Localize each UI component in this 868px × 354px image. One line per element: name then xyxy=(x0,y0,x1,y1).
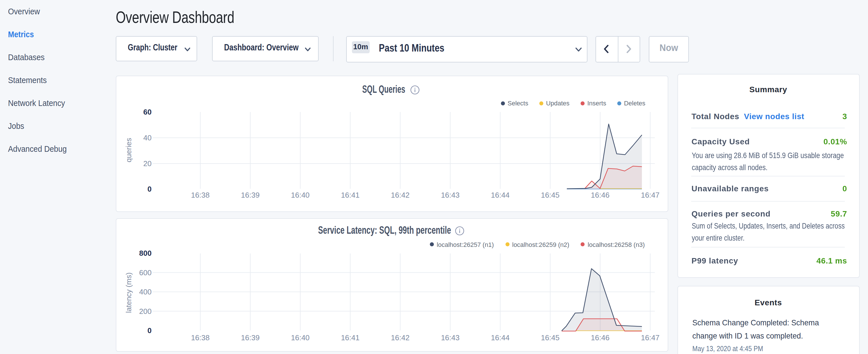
svg-text:16:39: 16:39 xyxy=(241,191,260,199)
svg-text:16:47: 16:47 xyxy=(641,191,659,199)
svg-text:16:44: 16:44 xyxy=(491,333,509,342)
svg-text:600: 600 xyxy=(139,268,152,277)
svg-text:16:46: 16:46 xyxy=(591,333,610,342)
svg-text:60: 60 xyxy=(143,108,152,116)
svg-text:0: 0 xyxy=(148,326,152,335)
svg-text:0: 0 xyxy=(148,185,152,193)
svg-text:800: 800 xyxy=(139,249,152,257)
svg-text:200: 200 xyxy=(139,307,152,316)
svg-text:16:45: 16:45 xyxy=(541,333,559,342)
svg-text:16:46: 16:46 xyxy=(591,191,610,199)
svg-text:16:42: 16:42 xyxy=(391,333,409,342)
svg-text:16:47: 16:47 xyxy=(641,333,659,342)
svg-text:16:43: 16:43 xyxy=(441,333,460,342)
svg-text:40: 40 xyxy=(143,133,152,142)
svg-text:20: 20 xyxy=(143,159,152,168)
svg-text:16:43: 16:43 xyxy=(441,191,460,199)
svg-text:16:44: 16:44 xyxy=(491,191,509,199)
svg-text:16:42: 16:42 xyxy=(391,191,409,199)
svg-text:400: 400 xyxy=(139,288,152,296)
svg-text:16:40: 16:40 xyxy=(291,191,309,199)
svg-text:16:41: 16:41 xyxy=(341,191,360,199)
svg-text:16:45: 16:45 xyxy=(541,191,559,199)
svg-text:16:38: 16:38 xyxy=(191,333,210,342)
svg-text:latency (ms): latency (ms) xyxy=(124,272,133,313)
svg-text:16:39: 16:39 xyxy=(241,333,260,342)
svg-text:16:41: 16:41 xyxy=(341,333,360,342)
svg-text:queries: queries xyxy=(124,138,133,162)
svg-text:16:40: 16:40 xyxy=(291,333,309,342)
svg-text:16:38: 16:38 xyxy=(191,191,210,199)
